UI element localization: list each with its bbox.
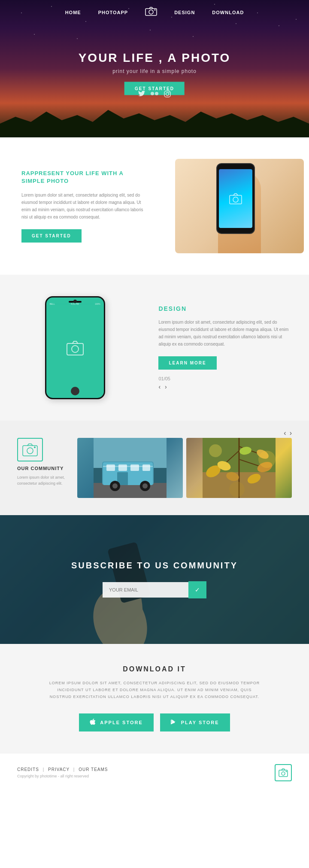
- svg-rect-24: [142, 464, 150, 471]
- hero-content: YOUR LIFE , A PHOTO print your life in a…: [79, 51, 231, 95]
- svg-point-9: [233, 197, 238, 202]
- represent-left: RAPPRESENT YOUR LIFE WITH ASIMPLE PHOTO …: [0, 161, 170, 251]
- svg-rect-18: [94, 483, 167, 498]
- footer-copyright: Copyright by phototime - all right reser…: [17, 774, 108, 778]
- community-icon-box: [17, 438, 43, 461]
- represent-body: Lorem ipsum dolor sit amet, consectetur …: [21, 191, 148, 221]
- svg-point-55: [286, 771, 287, 772]
- community-bus-image: [77, 438, 183, 498]
- represent-cta-button[interactable]: GET STARTED: [21, 229, 82, 243]
- subscribe-section: SUBSCRIBE TO US COMMUNITY ✓: [0, 515, 309, 644]
- apple-store-button[interactable]: APPLE STORE: [79, 713, 153, 731]
- subscribe-content: SUBSCRIBE TO US COMMUNITY ✓: [71, 561, 238, 598]
- subscribe-email-input[interactable]: [103, 582, 188, 598]
- community-next-button[interactable]: ›: [290, 429, 292, 437]
- phone-in-hand: [216, 163, 255, 234]
- footer-links: CREDITS | PRIVACY | OUR TEAMS: [17, 767, 108, 772]
- svg-rect-21: [106, 464, 115, 471]
- flickr-icon[interactable]: [150, 91, 159, 99]
- footer-privacy-link[interactable]: PRIVACY: [48, 767, 70, 772]
- svg-point-1: [149, 10, 153, 14]
- apple-icon: [90, 719, 96, 726]
- svg-rect-22: [118, 464, 127, 471]
- svg-point-54: [282, 772, 285, 775]
- svg-point-4: [155, 92, 158, 95]
- community-prev-button[interactable]: ‹: [284, 429, 286, 437]
- nav-download[interactable]: DOWNLOAD: [212, 10, 244, 15]
- svg-rect-30: [103, 466, 153, 467]
- svg-point-29: [142, 483, 148, 489]
- nav-home[interactable]: HOME: [65, 10, 81, 15]
- svg-point-13: [27, 448, 33, 454]
- svg-point-45: [209, 444, 222, 457]
- footer-separator-2: |: [73, 767, 76, 772]
- design-pagination: 01/05: [158, 376, 292, 381]
- svg-point-7: [169, 92, 170, 93]
- footer-separator-1: |: [43, 767, 46, 772]
- svg-point-14: [34, 446, 36, 448]
- community-body: Lorem ipsum dolor sit amet, consectetur …: [17, 474, 69, 487]
- represent-right: [170, 159, 309, 253]
- community-left: OUR COMMUNITY Lorem ipsum dolor sit amet…: [17, 438, 69, 487]
- svg-point-47: [229, 482, 245, 497]
- download-section: DOWNLOAD IT LOREM IPSUM DOLOR SIT AMET, …: [0, 644, 309, 753]
- design-right: DESIGN Lorem ipsum dolor sit amet, conse…: [150, 305, 292, 390]
- community-content: OUR COMMUNITY Lorem ipsum dolor sit amet…: [17, 438, 292, 498]
- subscribe-submit-button[interactable]: ✓: [188, 581, 206, 598]
- main-nav: HOME PHOTOAPP DESIGN DOWNLOAD: [0, 0, 309, 24]
- android-icon: [171, 719, 177, 726]
- svg-marker-52: [172, 719, 175, 724]
- design-body: Lorem ipsum dolor sit amet, consectetur …: [158, 319, 292, 348]
- design-section: BELL4:21 PM100% DESIGN Lorem ipsum dolor…: [0, 275, 309, 421]
- pagination-arrows: ‹ ›: [158, 383, 292, 390]
- download-title: DOWNLOAD IT: [17, 665, 292, 673]
- play-store-button[interactable]: PLaY Store: [160, 713, 230, 731]
- represent-section: RAPPRESENT YOUR LIFE WITH ASIMPLE PHOTO …: [0, 137, 309, 275]
- svg-point-27: [112, 483, 118, 489]
- hero-section: HOME PHOTOAPP DESIGN DOWNLOAD YOUR LIFE …: [0, 0, 309, 137]
- download-buttons: APPLE STORE PLaY Store: [17, 713, 292, 731]
- nav-design[interactable]: DESIGN: [174, 10, 195, 15]
- svg-point-6: [166, 93, 169, 96]
- community-title: OUR COMMUNITY: [17, 466, 69, 471]
- community-images: [77, 438, 292, 498]
- footer: CREDITS | PRIVACY | OUR TEAMS Copyright …: [0, 753, 309, 792]
- community-arrows: ‹ ›: [284, 429, 292, 437]
- instagram-icon[interactable]: [164, 91, 171, 99]
- phone-screen: [219, 169, 252, 228]
- nav-photoapp[interactable]: PHOTOAPP: [98, 10, 128, 15]
- community-leaves-image: [186, 438, 292, 498]
- design-learn-more-button[interactable]: LEARN MORE: [158, 356, 216, 370]
- svg-point-3: [151, 92, 154, 95]
- prev-arrow-button[interactable]: ‹: [158, 383, 161, 390]
- download-body: LOREM IPSUM DOLOR SIT AMET, CONSECTETUR …: [47, 680, 262, 701]
- svg-point-2: [154, 9, 156, 11]
- design-title: DESIGN: [158, 305, 292, 312]
- subscribe-title: SUBSCRIBE TO US COMMUNITY: [71, 561, 238, 571]
- hero-social: [138, 91, 171, 99]
- phone-teal-mockup: BELL4:21 PM100%: [45, 296, 105, 399]
- svg-rect-8: [230, 195, 242, 204]
- twitter-icon[interactable]: [138, 91, 145, 99]
- svg-rect-5: [164, 91, 170, 97]
- subscribe-form: ✓: [71, 581, 238, 598]
- play-store-label: PLaY Store: [181, 720, 219, 725]
- next-arrow-button[interactable]: ›: [165, 383, 167, 390]
- design-left: BELL4:21 PM100%: [17, 296, 133, 399]
- hero-subtitle: print your life in a simple photo: [79, 68, 231, 74]
- svg-rect-23: [130, 464, 139, 471]
- hero-title: YOUR LIFE , A PHOTO: [79, 51, 231, 65]
- footer-camera-icon: [275, 764, 292, 781]
- footer-left: CREDITS | PRIVACY | OUR TEAMS Copyright …: [17, 767, 108, 778]
- footer-credits-link[interactable]: CREDITS: [17, 767, 39, 772]
- footer-teams-link[interactable]: OUR TEAMS: [79, 767, 108, 772]
- svg-point-46: [258, 451, 276, 468]
- represent-title: RAPPRESENT YOUR LIFE WITH ASIMPLE PHOTO: [21, 170, 148, 185]
- camera-icon: [145, 6, 157, 18]
- community-section: ‹ › OUR COMMUNITY Lorem ipsum dolor sit …: [0, 421, 309, 515]
- svg-point-11: [72, 346, 79, 352]
- apple-store-label: APPLE STORE: [100, 720, 142, 725]
